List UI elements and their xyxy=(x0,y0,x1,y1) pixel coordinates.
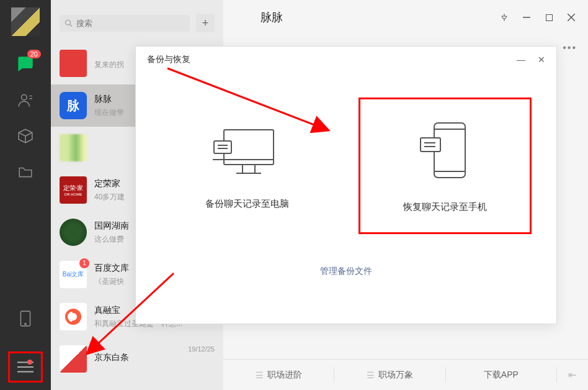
page-title: 脉脉 xyxy=(236,10,283,25)
svg-point-6 xyxy=(66,20,71,25)
svg-line-7 xyxy=(70,24,72,26)
svg-point-2 xyxy=(25,324,26,325)
minimize-button[interactable] xyxy=(522,13,531,22)
phone-restore-icon xyxy=(417,119,473,184)
list-icon: ☰ xyxy=(367,370,375,380)
collapse-icon[interactable]: ⇤ xyxy=(557,369,588,381)
list-icon: ☰ xyxy=(256,370,264,380)
svg-line-27 xyxy=(87,273,174,354)
svg-line-26 xyxy=(167,68,329,130)
add-button[interactable]: + xyxy=(196,14,215,32)
more-button[interactable]: ••• xyxy=(563,42,577,53)
restore-label: 恢复聊天记录至手机 xyxy=(403,201,487,213)
chat-avatar xyxy=(60,219,87,246)
chat-avatar xyxy=(60,134,87,161)
svg-rect-23 xyxy=(421,138,440,152)
svg-rect-9 xyxy=(546,14,552,20)
tab-career[interactable]: ☰职场进阶 xyxy=(223,370,334,381)
maximize-button[interactable] xyxy=(545,13,553,22)
annotation-arrow xyxy=(161,62,347,149)
search-input[interactable] xyxy=(76,19,185,28)
chat-avatar: 脉 xyxy=(60,92,87,119)
chat-tab-icon[interactable]: 20 xyxy=(16,55,35,73)
tab-vientiane[interactable]: ☰职场万象 xyxy=(334,370,445,381)
box-icon[interactable] xyxy=(16,127,35,145)
annotation-arrow xyxy=(81,267,180,366)
main-sidebar: 20 xyxy=(0,0,51,390)
search-icon xyxy=(65,19,73,27)
svg-point-0 xyxy=(22,94,27,100)
modal-minimize-button[interactable]: — xyxy=(517,55,525,65)
chat-time: 19/12/25 xyxy=(188,345,215,353)
chat-avatar xyxy=(60,50,87,77)
manage-backup-link[interactable]: 管理备份文件 xyxy=(320,266,372,276)
contacts-tab-icon[interactable] xyxy=(16,91,35,109)
bottom-tabs: ☰职场进阶 ☰职场万象 下载APP ⇤ xyxy=(223,359,588,390)
pin-button[interactable] xyxy=(500,13,509,22)
backup-label: 备份聊天记录至电脑 xyxy=(205,198,289,210)
menu-notification-dot xyxy=(27,360,32,365)
folder-icon[interactable] xyxy=(16,163,35,181)
modal-close-button[interactable]: ✕ xyxy=(538,55,545,65)
user-avatar[interactable] xyxy=(11,7,40,36)
chat-badge: 20 xyxy=(27,50,41,58)
close-button[interactable] xyxy=(567,13,576,22)
menu-button[interactable] xyxy=(8,351,43,383)
search-box[interactable] xyxy=(60,15,190,32)
chat-avatar: 定荣·家DR.HOME xyxy=(60,176,87,204)
tab-download[interactable]: 下载APP xyxy=(446,370,556,381)
phone-icon[interactable] xyxy=(16,309,35,328)
restore-to-phone-option[interactable]: 恢复聊天记录至手机 xyxy=(359,98,532,234)
